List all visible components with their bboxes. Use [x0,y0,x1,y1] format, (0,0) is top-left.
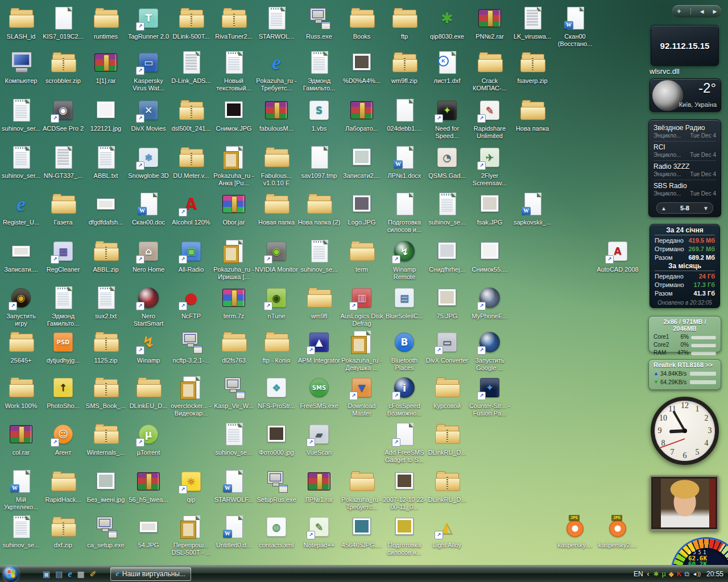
desktop-icon-folder[interactable]: Газета [42,190,85,226]
desktop-icon-folder[interactable]: Crack КОМПАС-... [468,49,511,92]
pager-up-icon[interactable]: ▲ [661,205,667,211]
desktop-icon-picture-document[interactable]: Pokazuha_ru - Иришка [... [212,238,255,281]
desktop-icon-text-file[interactable]: suhinov_se... [425,190,469,226]
sidebar-gadget-controls[interactable]: + ◂ ▸ [672,5,721,18]
desktop-icon-xml-file[interactable]: ◍contacts.xml [255,513,298,549]
network-tray-icon[interactable]: ⧉ [684,571,689,577]
desktop-icon-folder[interactable]: term [340,238,383,273]
desktop-icon-zip-archive[interactable]: ABBL.zip [84,238,127,273]
internet-explorer-icon[interactable]: e [68,569,72,579]
desktop-icon-rar-archive[interactable]: ЛР№1.rar [297,468,341,504]
desktop-icon-myphoneexplorer-shortcut[interactable]: ↗MyPhoneE... [468,284,511,320]
feed-item[interactable]: SBS RadioЭнцикло...Tue Dec 4 [653,180,716,199]
speed-gauge-gadget[interactable]: 4551 62.6K 60.2K [669,537,728,568]
calculator-icon[interactable]: ▦ [77,570,85,578]
desktop-icon-folder[interactable]: runtimes [84,5,127,40]
next-page-button[interactable]: ▸ [713,7,717,15]
desktop-icon-word-document[interactable]: WМій Укртелеко... [0,468,43,511]
desktop-icon-folder[interactable]: Нова папка [511,97,554,132]
desktop-icon-folder[interactable]: RapidHack... [42,468,85,504]
desktop-icon-folder[interactable]: dl2fs763 [212,329,255,364]
desktop-icon-image-file[interactable]: 75.JPG [425,284,469,320]
photo-slideshow-gadget[interactable] [650,475,719,531]
desktop-icon-need-for-speed-shortcut[interactable]: ✦↗Need for Speed... [425,97,469,140]
desktop-icon-text-file[interactable]: Эдмонд Гамильто... [297,49,341,92]
desktop-icon-folder[interactable]: Нова папка (2) [297,190,341,226]
desktop-icon-text-file[interactable]: sux2.txt [84,284,127,320]
feed-item[interactable]: Radio 3ZZZЭнцикло...Tue Dec 4 [653,161,716,180]
desktop-icon-all-radio-shortcut[interactable]: ▣↗All-Radio [169,238,213,273]
desktop-icon-nvidia-monitor-shortcut[interactable]: ◉↗NVIDIA Monitor [255,238,298,273]
desktop-icon-installer-exe[interactable]: ca_setup.exe [84,513,127,549]
desktop-icon-zip-archive[interactable]: dsl500t_241... [169,97,213,132]
desktop-icon-psd-file[interactable]: PSDdytjudhyjg... [42,329,85,364]
desktop-icon-rar-archive[interactable]: fabulousM... [255,97,298,132]
desktop-icon-zip-archive[interactable]: DLink-500T... [169,5,213,40]
desktop-icon-word-document[interactable]: WСкан00 (Восстано... [553,5,597,48]
desktop-icon-image-file[interactable]: %D0%A4%... [340,49,383,85]
desktop-icon-zip-archive[interactable]: scrobbler.zip [42,49,85,85]
desktop-icon-word-document[interactable]: WSTARWOLF... [212,468,255,504]
desktop-icon-zip-archive[interactable]: SMS_Book_... [84,374,127,410]
desktop-icon-photoshop-box[interactable]: ↑PhotoSho... [42,374,85,410]
winamp-icon[interactable]: ✐ [90,570,97,578]
download-master-tray-icon[interactable]: ◆ [669,571,674,577]
desktop-icon-document-file[interactable]: 024debb1.... [383,97,426,132]
desktop-icon-text-file[interactable]: STARWOL... [255,5,298,40]
desktop-icon-kompas-dxf-file[interactable]: Kлист1.dxf [425,49,469,85]
desktop-icon-image-file[interactable]: 54.JPG [127,513,170,549]
desktop-icon-text-file[interactable]: Эдмонд Гамильто... [42,284,85,327]
desktop-icon-rar-archive[interactable]: col.rar [0,421,43,456]
desktop-icon-gadget-file[interactable]: ◔QSMS.Gad... [425,144,469,180]
desktop-icon-word-document[interactable]: Wsapkovskii_... [511,190,554,226]
start-button[interactable] [3,566,19,582]
desktop-icon-text-file[interactable]: suhinov_se... [297,238,341,273]
desktop-icon-internet-shortcut[interactable]: ePokazuha_ru - Требуетс... [255,49,298,92]
desktop-icon-game-shortcut[interactable]: ◉↗Запустить игру [0,284,43,327]
desktop-icon-document-file[interactable]: D-Link_ADS... [169,49,213,85]
desktop-icon-rapidshare-shortcut[interactable]: ✎↗Rapidshare Unlimited [468,97,511,140]
desktop-icon-snowglobe-shortcut[interactable]: ❄↗Snowglobe 3D [127,144,170,180]
desktop-icon-picture-document[interactable]: Pokazuha_ru - Девушка ... [340,329,383,372]
desktop-icon-text-file[interactable]: suhinov_se... [212,421,255,456]
desktop-icon-nfs-document[interactable]: ❖NFS-ProStr... [255,374,298,410]
desktop-icon-folder[interactable]: Work 100% [0,374,43,410]
desktop-icon-notepad-plus-plus-shortcut[interactable]: ✎↗Notepad++ [297,513,341,549]
network-meter-gadget[interactable]: Realtek RTL8168 >> ▲34.84KB/s▼64.29KB/s [648,359,721,390]
desktop-icon-mail-agent-shortcut[interactable]: ☺↗Агент [42,421,85,456]
show-desktop-icon[interactable]: ▣ [43,570,50,578]
desktop-icon-bluesoleil-file[interactable]: ▤BlueSoleilC... [383,284,426,320]
traffic-counter-gadget[interactable]: За 24 січняПередано419.5 МбОтримано269.7… [650,224,720,308]
weather-gadget[interactable]: -2° Київ, Україна [650,78,721,112]
desktop-icon-word-document[interactable]: WUntitled0.d... [212,513,255,549]
utorrent-tray-icon[interactable]: µ [662,571,666,577]
desktop-icon-divx-shortcut[interactable]: ✕↗DivX Movies [127,97,170,132]
desktop-icon-document-file[interactable]: KIS7_019C2... [42,5,85,40]
desktop-icon-rar-archive[interactable]: 1[1].rar [84,49,127,85]
desktop-icon-text-file[interactable]: ABBL.txt [84,144,127,180]
desktop-icon-installer-exe[interactable]: Kasp_Vir_W... [212,374,255,410]
desktop-icon-regcleaner-shortcut[interactable]: ▦↗RegCleaner [42,238,85,273]
desktop-icon-image-file[interactable]: Подготовка силосов и... [383,513,426,556]
desktop-icon-document-file[interactable]: sav1097.tmp [297,144,341,180]
desktop-icon-zip-archive[interactable]: DLinkRU_D... [425,468,469,504]
desktop-icon-rar-archive[interactable]: 56_h5_twea... [127,468,170,504]
prev-page-button[interactable]: ◂ [700,7,704,15]
desktop-icon-utorrent-shortcut[interactable]: µ↗µTorrent [127,421,170,456]
desktop-icon-image-file[interactable]: Снимок55.... [468,238,511,273]
desktop-icon-folder[interactable]: ftp [383,5,426,40]
desktop-icon-alcohol120-shortcut[interactable]: A↗Alcohol 120% [169,190,213,226]
desktop-icon-installer-exe[interactable]: ncftp-3.2.1-... [169,329,213,364]
language-indicator[interactable]: EN [634,570,643,578]
desktop-icon-zip-archive[interactable]: Winternals_... [84,421,127,456]
desktop-icon-freesms-exe[interactable]: SMSFreeSMS.exe [297,374,341,410]
desktop-icon-folder[interactable]: 25645+ [0,329,43,364]
desktop-icon-image-file[interactable]: 122121.jpg [84,97,127,132]
desktop-icon-word-document[interactable]: WЛР№1.docx [383,144,426,180]
volume-tray-icon[interactable]: ◄)) [692,571,701,577]
desktop-icon-google-earth-shortcut[interactable]: ↗Запустить Google ... [468,329,511,372]
desktop-icon-nero-startsmart-shortcut[interactable]: ↗Nero StartSmart [127,284,170,327]
desktop-icon-vbs-script[interactable]: S1.vbs [297,97,341,132]
desktop-icon-ncftp-shortcut[interactable]: ●↗NcFTP [169,284,213,320]
tray-chevron-icon[interactable]: ‹ [647,570,650,578]
